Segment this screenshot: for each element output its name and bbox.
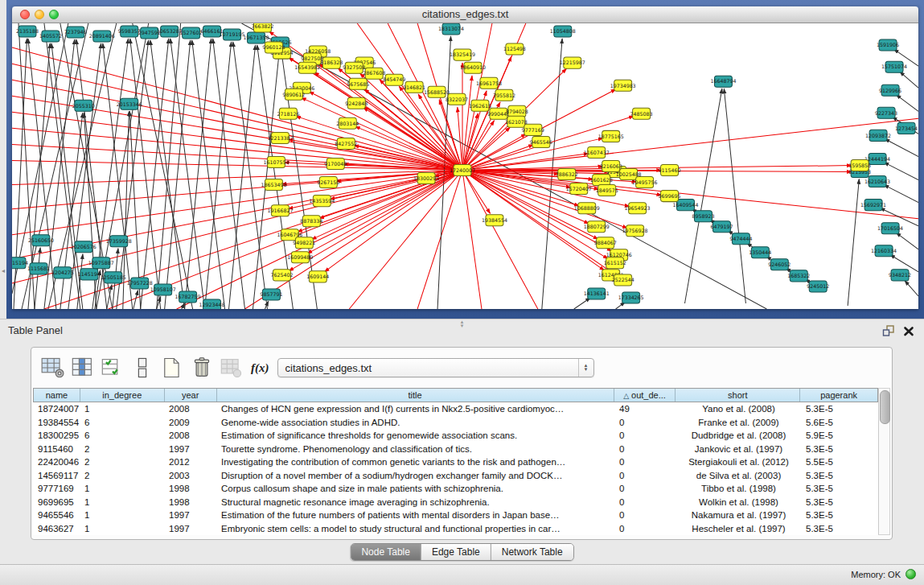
graph-node[interactable]: 17016504 — [877, 223, 903, 234]
graph-node[interactable]: 1591906 — [877, 39, 899, 51]
graph-node[interactable]: 9327508 — [343, 62, 365, 73]
graph-node[interactable]: 1962615 — [469, 100, 491, 111]
table-row[interactable]: 1872400712008Changes of HCN gene express… — [33, 402, 878, 416]
graph-node[interactable]: 9170048 — [324, 158, 347, 169]
graph-node[interactable]: 19756928 — [622, 225, 648, 237]
graph-node[interactable]: 1685322 — [787, 270, 810, 282]
delete-table-icon[interactable] — [190, 356, 214, 379]
panel-collapse-handle[interactable]: ◂ — [0, 266, 6, 277]
graph-node[interactable]: 2522544 — [612, 274, 634, 286]
graph-node[interactable]: 25160650 — [28, 235, 54, 246]
table-scrollbar[interactable] — [878, 388, 890, 535]
graph-node[interactable]: 9242848 — [345, 97, 368, 109]
graph-node[interactable]: 9474444 — [729, 233, 752, 245]
graph-node[interactable]: 12213387 — [267, 132, 293, 143]
graph-node[interactable]: 20891406 — [89, 31, 115, 42]
graph-node[interactable]: 14136141 — [584, 288, 610, 299]
graph-node[interactable]: 18640910 — [460, 62, 486, 73]
graph-node[interactable]: 19654923 — [625, 203, 651, 214]
graph-node[interactable]: 2135188 — [16, 26, 39, 37]
column-header-pagerank[interactable]: pagerank — [800, 389, 877, 402]
close-panel-icon[interactable] — [903, 325, 914, 337]
graph-node[interactable]: 19671358 — [243, 32, 269, 43]
graph-node[interactable]: 9960128 — [262, 42, 285, 53]
function-builder-icon[interactable]: f(x) — [251, 361, 269, 375]
graph-node[interactable]: 8427552 — [335, 138, 357, 149]
graph-node[interactable]: 8216063 — [600, 160, 622, 171]
table-settings-icon[interactable] — [41, 356, 65, 379]
graph-node[interactable]: 1204275 — [51, 267, 74, 278]
graph-node[interactable]: 16107554 — [263, 156, 289, 167]
graph-node[interactable]: 1350444 — [749, 247, 771, 258]
column-header-short[interactable]: short — [676, 389, 800, 402]
merge-cells-icon[interactable] — [130, 356, 154, 379]
table-row[interactable]: 946554611997Estimation of the future num… — [33, 509, 878, 522]
graph-node[interactable]: 15692971 — [860, 200, 886, 211]
float-panel-icon[interactable] — [882, 325, 895, 337]
graph-node[interactable]: 9465546 — [530, 136, 552, 147]
graph-node[interactable]: 7625402 — [270, 270, 293, 281]
graph-node[interactable]: 7955812 — [493, 89, 515, 101]
graph-node[interactable]: 20153346 — [117, 98, 142, 109]
graph-node[interactable]: 18313074 — [438, 23, 464, 35]
graph-node[interactable]: 8958923 — [692, 211, 714, 222]
graph-node[interactable]: 17240007 — [450, 164, 475, 175]
graph-node[interactable]: 9699695 — [659, 191, 681, 202]
graph-node[interactable]: 8186328 — [320, 57, 343, 68]
graph-node[interactable]: 16782759 — [175, 291, 201, 303]
graph-node[interactable]: 19734983 — [610, 80, 636, 91]
show-columns-icon[interactable] — [71, 356, 95, 379]
graph-node[interactable]: 16210643 — [864, 176, 890, 187]
column-header-title[interactable]: title — [217, 389, 614, 402]
graph-node[interactable]: 9890612 — [282, 89, 305, 100]
graph-node[interactable]: 9884067 — [594, 237, 617, 249]
graph-node[interactable]: 9267150 — [317, 177, 339, 188]
graph-node[interactable]: 16648794 — [710, 76, 736, 87]
graph-node[interactable]: 12093872 — [865, 130, 891, 141]
graph-node[interactable]: 7237946 — [64, 27, 87, 38]
table-row[interactable]: 1456911722003Disruption of a novel membe… — [33, 469, 878, 483]
graph-node[interactable]: 1273454 — [895, 122, 918, 134]
graph-node[interactable]: 20206576 — [71, 241, 97, 253]
graph-node[interactable]: 1115681 — [27, 263, 50, 274]
graph-node[interactable]: 5675685 — [347, 78, 369, 89]
graph-node[interactable]: 10975887 — [88, 257, 114, 269]
table-row[interactable]: 946362711997Embryonic stem cells: a mode… — [33, 522, 878, 536]
graph-node[interactable]: 7886322 — [556, 169, 578, 180]
column-header-out_de[interactable]: △out_de... — [614, 389, 676, 402]
graph-node[interactable]: 15751074 — [881, 61, 907, 72]
new-table-icon[interactable] — [160, 356, 184, 379]
graph-node[interactable]: 9115460 — [659, 164, 681, 175]
graph-node[interactable]: 10958107 — [150, 284, 176, 295]
graph-node[interactable]: 17334265 — [618, 292, 644, 303]
graph-node[interactable]: 1595858 — [848, 159, 871, 171]
table-row[interactable]: 977716911998Corpus callosum shape and si… — [33, 482, 878, 496]
graph-node[interactable]: 19495756 — [632, 177, 658, 188]
graph-node[interactable]: 12923448 — [199, 299, 225, 309]
graph-node[interactable]: 1125498 — [503, 43, 526, 55]
graph-node[interactable]: 19384554 — [482, 215, 507, 226]
table-selector-dropdown[interactable]: citations_edges.txt ▲▼ — [277, 358, 594, 377]
graph-node[interactable]: 7663822 — [251, 23, 273, 32]
graph-node[interactable]: 2055310 — [72, 100, 95, 111]
graph-node[interactable]: 12160334 — [871, 245, 897, 257]
network-window-titlebar[interactable]: citations_edges.txt — [12, 6, 918, 23]
graph-node[interactable]: 18300295 — [413, 173, 439, 184]
graph-node[interactable]: 10688809 — [574, 203, 600, 214]
tab-node-table[interactable]: Node Table — [351, 544, 421, 560]
table-row[interactable]: 969969511998Structural magnetic resonanc… — [33, 496, 878, 509]
scrollbar-thumb[interactable] — [880, 390, 890, 424]
table-row[interactable]: 911546021997Tourette syndrome. Phenomeno… — [33, 443, 878, 456]
graph-node[interactable]: 1609144 — [306, 271, 329, 282]
graph-node[interactable]: 14353594 — [309, 196, 335, 207]
graph-node[interactable]: 18653498 — [261, 179, 286, 191]
graph-node[interactable]: 19166827 — [267, 205, 293, 216]
graph-node[interactable]: 9348212 — [889, 270, 911, 281]
graph-node[interactable]: 9246052 — [768, 259, 791, 270]
graph-node[interactable]: 1145194 — [78, 269, 101, 280]
graph-node[interactable]: 2867608 — [363, 68, 385, 79]
graph-node[interactable]: 9857791 — [260, 289, 282, 300]
select-rows-icon[interactable] — [101, 356, 125, 379]
graph-node[interactable]: 9227343 — [875, 107, 897, 118]
table-row[interactable]: 1938455462009Genome-wide association stu… — [33, 416, 878, 430]
